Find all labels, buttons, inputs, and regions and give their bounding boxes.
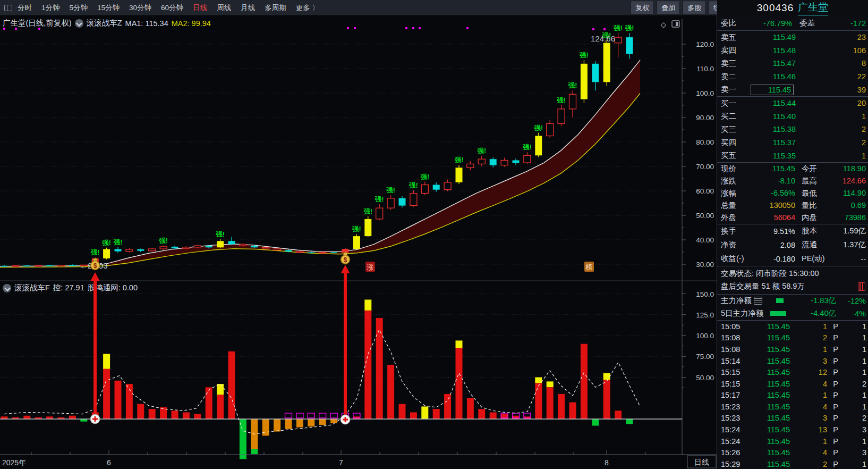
period-tab-30分钟[interactable]: 30分钟 [129,3,151,13]
svg-text:50.00: 50.00 [696,374,714,382]
bid-row[interactable]: 买一115.4420 [717,97,868,110]
net5-pct: -4% [836,309,866,318]
svg-text:强!: 强! [102,239,111,247]
trade-row: 15:08115.451P1 [717,344,868,355]
period-tab-周线[interactable]: 周线 [217,3,231,13]
ask-row[interactable]: 卖四115.48106 [717,44,868,57]
collapse-chevron-icon[interactable] [75,19,83,28]
stock-name: 广生堂 [798,1,828,15]
ask-row[interactable]: 卖五115.4923 [717,31,868,44]
svg-text:8: 8 [605,458,609,467]
after-hours-volume: 盘后交易量 51 额 58.9万 [717,280,868,293]
trade-row: 15:15115.4512P1 [717,366,868,378]
collapse-chevron-icon[interactable] [3,284,11,292]
svg-text:2025年: 2025年 [2,458,26,467]
svg-text:强!: 强! [602,32,611,39]
main-net-pct: -12% [836,297,866,305]
sub-chart-header: 滚滚战车F 控: 27.91 股鸿通网: 0.00 [3,283,138,293]
ask-row[interactable]: 卖三115.478 [717,57,868,70]
svg-text:30.00: 30.00 [696,261,714,269]
trade-row: 15:29115.452P1 [717,458,868,469]
stock-code: 300436 [757,2,794,14]
period-tab-分时[interactable]: 分时 [18,3,32,13]
main-net-row[interactable]: 主力净额 -1.83亿 -12% [717,295,868,307]
period-tab-月线[interactable]: 月线 [241,3,255,13]
bid-row[interactable]: 买三115.382 [717,123,868,136]
main-chart-header: 广生堂(日线,前复权) 滚滚战车Z MA1: 115.34 MA2: 99.94 [3,18,211,28]
svg-text:强!: 强! [523,144,532,151]
net5-row[interactable]: 5日主力净额 -4.40亿 -4% [717,307,868,320]
svg-text:124.66: 124.66 [591,34,615,43]
ask-row[interactable]: 卖二115.4622 [717,70,868,83]
main-net-value: -1.83亿 [784,296,836,306]
svg-text:70.00: 70.00 [696,163,714,171]
trade-row: 15:15115.454P2 [717,378,868,390]
svg-text:90.00: 90.00 [696,114,714,122]
ma2-value: MA2: 99.94 [172,19,211,28]
period-tab-多周期[interactable]: 多周期 [265,3,286,13]
svg-text:强!: 强! [455,156,464,164]
bid-row[interactable]: 买二115.401 [717,110,868,123]
action-button-复权[interactable]: 复权 [631,2,654,14]
period-tab-15分钟[interactable]: 15分钟 [97,3,120,13]
bid-levels: 买一115.4420买二115.401买三115.382买四115.372买五1… [717,96,868,162]
svg-text:强!: 强! [363,208,372,215]
bid-row[interactable]: 买四115.372 [717,136,868,149]
svg-text:强!: 强! [114,239,123,246]
svg-text:强!: 强! [375,196,384,203]
period-tab-5分钟[interactable]: 5分钟 [70,3,88,13]
info-row: 外盘56064内盘73986 [717,212,868,224]
fundamental-info-grid: 换手9.51%股本1.59亿净资2.08流通1.37亿收益(-)-0.180PE… [717,224,868,266]
period-tab-日线[interactable]: 日线 [193,3,207,13]
period-tab-1分钟[interactable]: 1分钟 [41,3,60,13]
svg-text:强!: 强! [91,249,100,256]
svg-text:榜: 榜 [585,263,593,271]
action-button-多股[interactable]: 多股 [683,2,706,14]
status-section: 交易状态: 闭市阶段 15:30:00 盘后交易量 51 额 58.9万 [717,266,868,294]
action-button-叠加[interactable]: 叠加 [657,2,680,14]
svg-text:涨: 涨 [367,263,374,271]
list-icon[interactable] [754,297,762,305]
svg-text:←28.03: ←28.03 [80,261,108,270]
weibi-row: 委比 -76.79% 委差 -172 [717,16,868,30]
trade-row: 15:24115.4513P3 [717,424,868,436]
period-tab-更多 〉[interactable]: 更多 〉 [296,3,319,13]
info-row: 收益(-)-0.180PE(动)-- [717,252,868,266]
svg-text:强!: 强! [159,237,168,245]
window-panel-icon[interactable] [4,5,12,11]
trade-status: 交易状态: 闭市阶段 15:30:00 [717,267,868,280]
period-tab-60分钟[interactable]: 60分钟 [161,3,183,13]
bid-row[interactable]: 买五115.351 [717,149,868,162]
trade-row: 15:17115.451P1 [717,390,868,401]
sub-param-1: 控: 27.91 [53,283,84,293]
sub-param-2: 股鸿通网: 0.00 [88,283,138,293]
candlestick-chart[interactable]: 120.0110.0100.090.0080.0070.0060.0050.00… [0,16,717,469]
period-tabs: 分时1分钟5分钟15分钟30分钟60分钟日线周线月线多周期更多 〉 [18,3,319,13]
main-net-section: 主力净额 -1.83亿 -12% 5日主力净额 -4.40亿 -4% [717,294,868,320]
ask-levels: 卖五115.4923卖四115.48106卖三115.478卖二115.4622… [717,30,868,96]
trading-terminal: 分时1分钟5分钟15分钟30分钟60分钟日线周线月线多周期更多 〉 复权叠加多股… [0,0,868,469]
svg-text:强!: 强! [557,97,566,104]
svg-text:6: 6 [107,458,111,467]
svg-text:60.00: 60.00 [696,187,714,195]
svg-text:强!: 强! [580,52,589,59]
bar-chart-icon[interactable] [858,282,865,291]
svg-text:150.0: 150.0 [696,290,714,298]
svg-text:强!: 强! [568,82,577,89]
svg-text:75.00: 75.00 [696,353,714,361]
trade-row: 15:24115.451P1 [717,436,868,447]
stock-title[interactable]: 300436 广生堂 [717,0,868,16]
weibi-label: 委比 [721,18,747,28]
svg-text:强!: 强! [477,147,486,155]
trade-row: 15:26115.454P3 [717,447,868,458]
trade-row: 15:14115.453P1 [717,355,868,367]
weibi-value: -76.79% [747,19,792,28]
chart-title: 广生堂(日线,前复权) [3,18,72,28]
svg-text:强!: 强! [409,182,418,189]
ask-row[interactable]: 卖一115.4539 [717,83,868,96]
svg-text:强!: 强! [614,24,623,32]
sub-indicator-name: 滚滚战车F [14,283,50,293]
info-row: 现价115.45今开118.90 [717,163,868,175]
svg-text:100.0: 100.0 [696,89,714,97]
svg-text:强!: 强! [420,173,429,181]
